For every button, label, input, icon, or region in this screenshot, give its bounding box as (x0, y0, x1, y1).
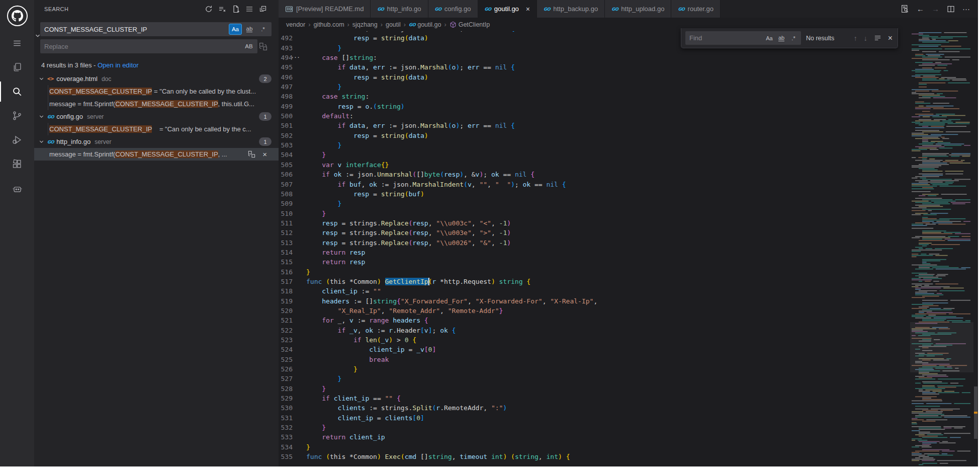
line-text: } (306, 140, 341, 150)
find-whole-word-toggle[interactable]: ab (776, 34, 787, 43)
clear-search-results-icon[interactable] (218, 5, 226, 13)
token: for (322, 317, 333, 324)
line-text: "X_Real_Ip", "Remote_Addr", "Remote-Addr… (306, 306, 503, 316)
file-search-icon[interactable] (901, 5, 909, 13)
replace-match-icon[interactable] (248, 150, 255, 158)
whole-word-toggle[interactable]: ab (243, 24, 255, 34)
token: Marshal (420, 122, 448, 129)
breadcrumb-item-vendor[interactable]: vendor (286, 21, 305, 28)
find-regex-toggle[interactable]: .* (788, 34, 799, 43)
toggle-search-details-button[interactable]: ··· (288, 52, 303, 61)
tab-http-upload.go[interactable]: GOhttp_upload.go (605, 0, 671, 18)
token (393, 395, 397, 402)
breadcrumb-item-github.com[interactable]: github.com (313, 21, 344, 28)
token: , (428, 239, 436, 247)
find-match-case-toggle[interactable]: Aa (764, 34, 775, 43)
token: : (373, 54, 377, 61)
find-close-icon[interactable]: × (888, 34, 893, 43)
tab-goutil.go[interactable]: GOgoutil.go× (478, 0, 538, 18)
minimap-viewport[interactable] (910, 322, 973, 372)
breadcrumb-item-goutil.go[interactable]: GOgoutil.go (409, 21, 441, 28)
search-result-file-coverage.html[interactable]: <>coverage.htmldoc2 (34, 72, 279, 85)
copilot-chat-icon[interactable] (0, 176, 34, 200)
search-input[interactable] (40, 26, 229, 33)
token: { (511, 31, 515, 32)
close-tab-icon[interactable]: × (526, 5, 530, 13)
tab-http-info.go[interactable]: GOhttp_info.go (371, 0, 428, 18)
tab-config.go[interactable]: GOconfig.go (428, 0, 478, 18)
token: , (440, 307, 448, 315)
open-new-search-editor-icon[interactable] (232, 5, 240, 13)
code-line-503: 503} (279, 140, 597, 150)
search-icon[interactable] (0, 80, 34, 104)
code-line-519: 519headers := []string{"X_Forwarded_For"… (279, 296, 597, 306)
search-result-file-http_info.go[interactable]: GOhttp_info.goserver1 (34, 135, 279, 148)
token: interface (345, 161, 381, 169)
go-back-icon[interactable]: ← (917, 5, 924, 13)
token: ">" (479, 229, 491, 237)
code-editor[interactable]: 491if data, err := json.Marshal(o); err … (279, 31, 978, 466)
breadcrumb-item-sjqzhang[interactable]: sjqzhang (352, 21, 378, 28)
replace-all-icon[interactable] (259, 42, 268, 51)
token: clients (338, 404, 366, 412)
token: , (472, 219, 480, 227)
find-next-icon[interactable]: ↓ (864, 34, 867, 42)
token: _, (334, 317, 349, 324)
token: json. (358, 171, 377, 178)
match-case-toggle[interactable]: Aa (229, 24, 242, 35)
github-logo-icon[interactable] (0, 0, 34, 31)
go-icon: GO (544, 7, 550, 12)
dismiss-match-icon[interactable]: × (262, 150, 267, 159)
token: resp (353, 73, 369, 81)
chevron-down-icon[interactable] (38, 138, 45, 145)
chevron-down-icon[interactable] (38, 75, 45, 82)
search-result-file-config.go[interactable]: GOconfig.goserver1 (34, 110, 279, 123)
line-number: 517 (279, 277, 293, 286)
token: int (547, 453, 558, 460)
token (345, 327, 349, 334)
tab-router.go[interactable]: GOrouter.go (671, 0, 721, 18)
line-number: 535 (279, 452, 293, 461)
search-result-match[interactable]: message = fmt.Sprintf(CONST_MESSAGE_CLUS… (34, 148, 279, 161)
token: } (322, 424, 326, 431)
line-text: resp = string(data) (306, 131, 428, 140)
more-actions-icon[interactable]: ··· (962, 5, 970, 13)
find-previous-icon[interactable]: ↑ (854, 34, 857, 42)
find-in-selection-icon[interactable] (874, 34, 881, 42)
collapse-all-icon[interactable] (259, 5, 267, 13)
explorer-icon[interactable] (0, 55, 34, 80)
view-as-list-icon[interactable] (245, 5, 253, 13)
minimap[interactable] (910, 31, 973, 466)
menu-icon[interactable] (0, 31, 34, 55)
search-result-match[interactable]: CONST_MESSAGE_CLUSTER_IP = "Can only be … (34, 85, 279, 98)
line-text: return resp (306, 248, 365, 257)
tab--preview-readme.md[interactable]: [Preview] README.md (279, 0, 371, 18)
code-line-510: 510} (279, 209, 597, 218)
token: ( (464, 181, 468, 188)
chevron-down-icon[interactable] (38, 113, 45, 120)
extensions-icon[interactable] (0, 152, 34, 176)
source-control-icon[interactable] (0, 104, 34, 128)
match-highlight: CONST_MESSAGE_CLUSTER_IP (115, 100, 218, 108)
overview-ruler-mark (974, 412, 977, 414)
refresh-icon[interactable] (205, 5, 213, 13)
breadcrumb-item-goutil[interactable]: goutil (386, 21, 401, 28)
token (381, 278, 385, 285)
code-line-508: 508resp = string(buf) (279, 189, 597, 199)
open-in-editor-link[interactable]: Open in editor (98, 61, 139, 69)
split-editor-icon[interactable] (947, 5, 955, 13)
token: ok (365, 327, 373, 334)
replace-input[interactable] (40, 43, 243, 50)
tab-http-backup.go[interactable]: GOhttp_backup.go (537, 0, 605, 18)
md-icon (285, 5, 293, 13)
breadcrumb-item-getclientip[interactable]: GetClientIp (450, 21, 490, 28)
go-forward-icon[interactable]: → (932, 5, 939, 13)
run-and-debug-icon[interactable] (0, 128, 34, 152)
token (345, 181, 349, 188)
regex-toggle[interactable]: .* (257, 24, 269, 34)
token: { (424, 317, 428, 324)
search-result-match[interactable]: CONST_MESSAGE_CLUSTER_IP = "Can only be … (34, 123, 279, 135)
match-count-badge: 1 (259, 137, 272, 146)
search-result-match[interactable]: message = fmt.Sprintf(CONST_MESSAGE_CLUS… (34, 98, 279, 110)
preserve-case-toggle[interactable]: AB (243, 41, 255, 51)
